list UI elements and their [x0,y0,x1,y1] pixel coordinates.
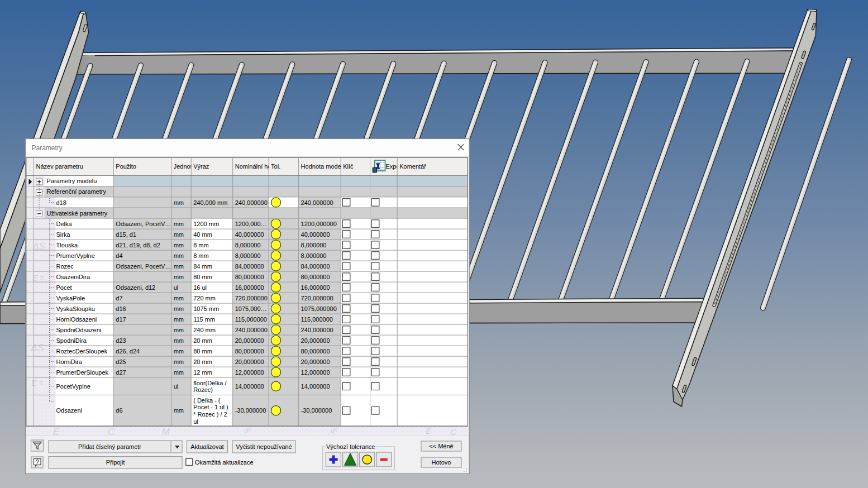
svg-text:80,000000: 80,000000 [235,348,264,355]
svg-text:floor(Delka /: floor(Delka / [193,380,227,386]
svg-text:ul: ul [174,284,179,291]
svg-text:720 mm: 720 mm [193,295,216,302]
svg-text:d16: d16 [116,305,126,312]
svg-text:16,000000: 16,000000 [235,284,264,291]
svg-text:Přidat číselný parametr: Přidat číselný parametr [78,443,141,450]
svg-text:16,000000: 16,000000 [301,284,330,291]
svg-text:d23: d23 [116,337,126,344]
svg-text:Výchozí tolerance: Výchozí tolerance [326,443,375,450]
svg-text:mm: mm [174,295,184,302]
svg-text:ul: ul [193,418,198,425]
svg-text:E =: E = [31,379,43,387]
svg-text:d7: d7 [116,295,122,302]
svg-text:8 mm: 8 mm [193,252,209,259]
svg-text:<< Méně: << Méně [429,443,453,449]
svg-text:1075,000…: 1075,000… [235,305,267,312]
svg-text:80,000000: 80,000000 [235,274,264,280]
svg-text:mm: mm [174,348,184,355]
svg-text:d18: d18 [56,199,66,206]
svg-text:Rozec: Rozec [56,263,74,270]
svg-text:Tlouska: Tlouska [56,242,78,248]
svg-text:-30,000000: -30,000000 [235,407,266,414]
svg-text:14,000000: 14,000000 [235,383,264,390]
svg-text:84,000000: 84,000000 [301,263,330,270]
svg-text:mm: mm [174,369,184,376]
svg-text:mm: mm [174,274,184,280]
svg-text:20,000000: 20,000000 [235,358,264,365]
svg-text:d25: d25 [116,358,126,365]
svg-text:PrumerDerSloupek: PrumerDerSloupek [56,369,109,376]
svg-text:d27: d27 [116,369,126,376]
svg-text:8,000000: 8,000000 [235,252,261,259]
svg-text:8,000000: 8,000000 [235,242,261,248]
svg-text:Název parametru: Název parametru [36,163,83,170]
svg-text:Pocet - 1 ul ): Pocet - 1 ul ) [193,404,228,410]
svg-text:1075,000000: 1075,000000 [301,305,337,312]
svg-text:RoztecDerSloupek: RoztecDerSloupek [56,348,108,355]
svg-text:1200 mm: 1200 mm [193,221,219,227]
svg-text:115,000000: 115,000000 [235,316,267,323]
svg-text:E: E [53,427,60,437]
svg-text:PocetVyplne: PocetVyplne [56,383,90,390]
svg-text:720,000000: 720,000000 [301,295,333,302]
svg-text:8,000000: 8,000000 [301,242,327,248]
svg-text:d²: d² [331,426,337,434]
svg-text:Parametry modelu: Parametry modelu [47,178,97,184]
svg-text:Referenční parametry: Referenční parametry [47,188,107,195]
svg-text:240,000000: 240,000000 [301,199,333,206]
svg-text:ΔS: ΔS [32,242,45,251]
svg-text:mm: mm [174,231,184,238]
svg-text:Odsazeni: Odsazeni [56,407,82,414]
svg-text:1075 mm: 1075 mm [193,305,219,312]
svg-text:16 ul: 16 ul [193,284,207,291]
svg-text:mm: mm [174,316,184,323]
svg-text:80,000000: 80,000000 [301,348,330,355]
svg-text:240,000 mm: 240,000 mm [193,199,227,206]
svg-text:d6: d6 [116,407,122,414]
svg-text:Odsazeni, PocetV…: Odsazeni, PocetV… [116,221,171,227]
svg-text:8 mm: 8 mm [193,242,209,248]
svg-text:8,000000: 8,000000 [301,252,327,259]
svg-text:20 mm: 20 mm [193,358,212,365]
svg-text:20,000000: 20,000000 [235,337,264,344]
svg-text:80 mm: 80 mm [193,348,212,355]
svg-text:C: C [108,427,115,437]
svg-text:20,000000: 20,000000 [301,337,330,344]
svg-text:Hodnota modelu: Hodnota modelu [301,163,346,170]
svg-text:Uživatelské parametry: Uživatelské parametry [47,210,108,217]
svg-text:14,000000: 14,000000 [301,383,330,390]
svg-text:d26, d24: d26, d24 [116,348,140,355]
svg-text:Vyčistit nepoužívané: Vyčistit nepoužívané [236,443,292,450]
svg-text:mm: mm [174,199,184,206]
svg-text:40,000000: 40,000000 [301,231,330,238]
svg-text:d17: d17 [116,316,126,323]
svg-text:240 mm: 240 mm [193,327,216,333]
svg-text:240,000000: 240,000000 [235,327,268,333]
svg-text:240,000000: 240,000000 [235,199,268,206]
svg-text:mm: mm [174,407,184,414]
svg-text:mm: mm [174,358,184,365]
svg-text:ΔS: ΔS [30,342,44,353]
svg-text:mm: mm [174,242,184,248]
svg-text:* Rozec ) / 2: * Rozec ) / 2 [193,411,227,418]
svg-text:12 mm: 12 mm [193,369,212,376]
svg-text:20 mm: 20 mm [193,337,212,344]
svg-text:E: E [426,426,432,436]
svg-text:Klíč: Klíč [343,163,354,170]
svg-text:Tol.: Tol. [271,163,280,170]
svg-text:OsazeniDira: OsazeniDira [56,274,90,280]
svg-text:d4: d4 [116,252,122,259]
svg-text:115 mm: 115 mm [193,316,215,323]
svg-text:mm: mm [174,337,184,344]
svg-text:Připojit: Připojit [106,459,125,466]
svg-text:1200,000000: 1200,000000 [301,221,337,227]
svg-text:mm: mm [174,221,184,227]
svg-text:84,000000: 84,000000 [235,263,264,270]
svg-text:SpodniDira: SpodniDira [56,337,87,344]
svg-text:( Delka - (: ( Delka - ( [193,397,221,404]
svg-text:240,000000: 240,000000 [301,327,333,333]
svg-text:84 mm: 84 mm [193,263,212,270]
svg-text:HorniOdsazeni: HorniOdsazeni [56,316,97,323]
svg-text:12,000000: 12,000000 [301,369,330,376]
svg-text:Delka: Delka [56,221,73,227]
